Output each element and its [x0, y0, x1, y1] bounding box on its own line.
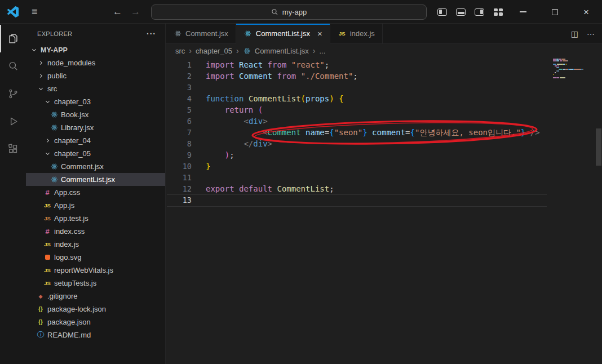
tree-file-index-js[interactable]: JSindex.js: [26, 238, 165, 251]
close-icon[interactable]: ×: [317, 29, 322, 38]
code-line-5[interactable]: 5 return (: [166, 104, 602, 116]
minimap[interactable]: [553, 59, 594, 81]
minimize-button[interactable]: [507, 0, 539, 24]
tree-file-reportwebvitals-js[interactable]: JSreportWebVitals.js: [26, 264, 165, 277]
line-number[interactable]: 1: [166, 59, 192, 70]
js-icon: JS: [43, 240, 52, 249]
customize-layout-icon[interactable]: [489, 0, 507, 24]
tree-file-gitignore[interactable]: ◆.gitignore: [26, 290, 165, 303]
code-line-13[interactable]: 13: [166, 194, 602, 206]
breadcrumb-item-[interactable]: ...: [320, 47, 326, 55]
code-line-6[interactable]: 6 <div>: [166, 116, 602, 127]
minimap-line: [553, 62, 594, 63]
tab-comment-jsx[interactable]: Comment.jsx: [166, 24, 236, 43]
extensions-icon[interactable]: [0, 135, 26, 163]
tree-file-setuptests-js[interactable]: JSsetupTests.js: [26, 277, 165, 290]
code-line-11[interactable]: 11: [166, 172, 602, 183]
tree-file-commentlist-jsx[interactable]: CommentList.jsx: [26, 173, 165, 186]
tree-file-app-test-js[interactable]: JSApp.test.js: [26, 212, 165, 225]
tab-index-js[interactable]: JSindex.js: [330, 24, 383, 43]
code-line-8[interactable]: 8 </div>: [166, 138, 602, 149]
code-lines: 1import React from "react";2import Comme…: [166, 59, 602, 206]
scrollbar-thumb[interactable]: [596, 128, 601, 166]
run-debug-icon[interactable]: [0, 108, 26, 135]
tree-folder-public[interactable]: public: [26, 69, 165, 82]
tree-file-app-css[interactable]: #App.css: [26, 186, 165, 199]
split-editor-icon[interactable]: ◫: [571, 29, 578, 38]
code-line-9[interactable]: 9 );: [166, 149, 602, 161]
breadcrumb-item-chapter-05[interactable]: chapter_05: [196, 47, 232, 55]
tree-file-readme-md[interactable]: ⓘREADME.md: [26, 329, 165, 341]
tree-file-index-css[interactable]: #index.css: [26, 225, 165, 238]
forward-arrow-icon[interactable]: →: [131, 0, 140, 24]
minimize-icon: [520, 11, 526, 12]
tree-file-package-json[interactable]: {}package.json: [26, 316, 165, 329]
source-control-icon[interactable]: [0, 80, 26, 108]
tree-file-comment-jsx[interactable]: Comment.jsx: [26, 160, 165, 173]
search-icon[interactable]: [0, 52, 26, 80]
tree-item-label: Library.jsx: [61, 123, 94, 132]
code-line-4[interactable]: 4function CommentList(props) {: [166, 93, 602, 104]
code-line-7[interactable]: 7 <Comment name={"seon"} comment={"안녕하세요…: [166, 127, 602, 138]
line-number[interactable]: 8: [166, 138, 192, 149]
tree-folder-chapter-05[interactable]: chapter_05: [26, 147, 165, 160]
tree-file-library-jsx[interactable]: Library.jsx: [26, 121, 165, 134]
breadcrumb-item-src[interactable]: src: [175, 47, 185, 55]
line-number[interactable]: 13: [166, 194, 192, 206]
code-text: function CommentList(props) {: [206, 93, 344, 104]
tree-item-label: README.md: [47, 331, 91, 339]
code-line-1[interactable]: 1import React from "react";: [166, 59, 602, 70]
code-editor[interactable]: 1import React from "react";2import Comme…: [166, 57, 602, 364]
line-number[interactable]: 6: [166, 116, 192, 127]
toggle-secondary-sidebar-icon[interactable]: [470, 0, 489, 24]
line-number[interactable]: 3: [166, 82, 192, 93]
tree-folder-chapter-03[interactable]: chapter_03: [26, 95, 165, 108]
code-line-2[interactable]: 2import Comment from "./Comment";: [166, 70, 602, 82]
tab-commentlist-jsx[interactable]: CommentList.jsx×: [236, 24, 330, 44]
line-number[interactable]: 5: [166, 104, 192, 116]
tree-item-label: .gitignore: [47, 292, 77, 300]
tree-folder-src[interactable]: src: [26, 82, 165, 95]
toggle-panel-icon[interactable]: [452, 0, 470, 24]
code-line-3[interactable]: 3: [166, 82, 602, 93]
maximize-icon: [552, 9, 558, 15]
tree-item-label: public: [47, 72, 67, 80]
jstest-icon: JS: [43, 214, 52, 223]
line-number[interactable]: 11: [166, 172, 192, 183]
more-actions-icon[interactable]: ···: [587, 29, 595, 38]
tree-folder-chapter-04[interactable]: chapter_04: [26, 134, 165, 147]
code-line-10[interactable]: 10}: [166, 161, 602, 172]
tree-file-package-lock-json[interactable]: {}package-lock.json: [26, 303, 165, 316]
line-number[interactable]: 9: [166, 149, 192, 161]
tree-file-app-js[interactable]: JSApp.js: [26, 199, 165, 212]
more-actions-icon[interactable]: ···: [147, 29, 156, 38]
svg-icon: [43, 253, 52, 262]
toggle-primary-sidebar-icon[interactable]: [433, 0, 452, 24]
tree-file-logo-svg[interactable]: logo.svg: [26, 251, 165, 264]
workbench: EXPLORER ··· MY-APPnode_modulespublicsrc…: [0, 24, 602, 364]
close-button[interactable]: ×: [570, 0, 602, 24]
breadcrumb-item-commentlist-jsx[interactable]: CommentList.jsx: [243, 46, 309, 55]
tree-file-book-jsx[interactable]: Book.jsx: [26, 108, 165, 121]
command-center-search[interactable]: my-app: [151, 5, 427, 20]
line-number[interactable]: 7: [166, 127, 192, 138]
code-text: <Comment name={"seon"} comment={"안녕하세요, …: [206, 127, 540, 138]
menu-icon[interactable]: ≡: [32, 0, 38, 24]
tree-root-my-app[interactable]: MY-APP: [26, 43, 165, 56]
react-icon: [50, 110, 59, 119]
line-number[interactable]: 2: [166, 70, 192, 82]
back-arrow-icon[interactable]: ←: [113, 0, 122, 24]
code-line-12[interactable]: 12export default CommentList;: [166, 183, 602, 194]
explorer-icon[interactable]: [0, 25, 26, 52]
tree-item-label: Book.jsx: [61, 110, 88, 119]
chevron-right-icon: [43, 136, 52, 145]
code-text: );: [206, 149, 234, 161]
chevron-right-icon: ›: [313, 46, 316, 55]
line-number[interactable]: 12: [166, 183, 192, 194]
minimap-line: [553, 76, 594, 77]
line-number[interactable]: 4: [166, 93, 192, 104]
minimap-line: [553, 72, 594, 73]
maximize-button[interactable]: [539, 0, 570, 24]
tree-folder-node-modules[interactable]: node_modules: [26, 56, 165, 69]
line-number[interactable]: 10: [166, 161, 192, 172]
